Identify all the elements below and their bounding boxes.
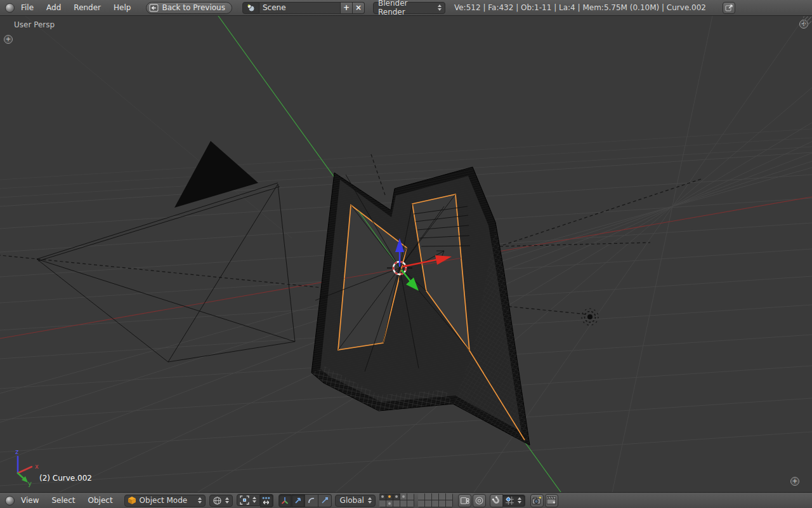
scene-datablock: Scene + × bbox=[242, 2, 365, 14]
unlink-scene-button[interactable]: × bbox=[353, 2, 365, 14]
snap-magnet-icon bbox=[492, 496, 501, 505]
camera-object[interactable] bbox=[37, 141, 295, 362]
render-camera-icon bbox=[532, 495, 542, 505]
manipulator-axes-icon bbox=[280, 496, 289, 505]
selected-curve-mesh[interactable] bbox=[0, 16, 812, 492]
duplicate-window-button[interactable] bbox=[723, 2, 735, 14]
manipulate-centers-toggle[interactable] bbox=[260, 494, 273, 507]
menu-render[interactable]: Render bbox=[67, 3, 107, 12]
scene-icon-segment[interactable] bbox=[242, 2, 259, 14]
menu-object[interactable]: Object bbox=[82, 496, 119, 505]
layers-group-2[interactable] bbox=[418, 493, 453, 507]
scene-stats: Ve:512 | Fa:432 | Ob:1-11 | La:4 | Mem:5… bbox=[454, 3, 706, 12]
toolshelf-expand-icon[interactable]: + bbox=[4, 35, 13, 44]
translate-manipulator-button[interactable] bbox=[292, 494, 305, 507]
dropdown-arrows-icon bbox=[435, 4, 445, 11]
object-mode-cube-icon bbox=[128, 496, 136, 505]
menu-file[interactable]: File bbox=[15, 3, 40, 12]
window-arrow-icon bbox=[724, 3, 733, 12]
rotate-manipulator-button[interactable] bbox=[305, 494, 318, 507]
axis-mini-gizmo: z x y bbox=[15, 448, 39, 487]
add-scene-button[interactable]: + bbox=[341, 2, 353, 14]
snap-increment-icon bbox=[505, 496, 514, 505]
mode-dropdown[interactable]: Object Mode bbox=[124, 495, 206, 507]
dropdown-arrows-icon bbox=[249, 497, 259, 503]
layer-cell[interactable] bbox=[445, 500, 453, 507]
gizmo-y-label: y bbox=[28, 480, 32, 487]
manipulator-toggle-button[interactable] bbox=[278, 494, 292, 507]
dropdown-arrows-icon bbox=[195, 497, 205, 504]
scene-lock-button[interactable] bbox=[458, 494, 471, 507]
manipulator-buttons bbox=[278, 494, 332, 507]
corner-expand-icon[interactable]: + bbox=[790, 477, 799, 486]
menu-add[interactable]: Add bbox=[40, 3, 67, 12]
scale-square-icon bbox=[320, 496, 329, 505]
menu-select[interactable]: Select bbox=[45, 496, 81, 505]
rotate-arc-icon bbox=[307, 496, 316, 505]
dropdown-arrows-icon bbox=[365, 497, 375, 504]
scene-name-field[interactable]: Scene bbox=[259, 2, 341, 14]
scale-manipulator-button[interactable] bbox=[318, 494, 332, 507]
clapperboard-icon bbox=[546, 495, 556, 505]
render-engine-dropdown[interactable]: Blender Render bbox=[373, 2, 445, 14]
lock-camera-icon bbox=[460, 496, 469, 505]
shading-sphere-icon bbox=[213, 496, 222, 505]
layers-group-1[interactable] bbox=[379, 493, 414, 507]
snap-element-dropdown[interactable] bbox=[503, 495, 525, 507]
lamp-object[interactable] bbox=[582, 309, 598, 325]
back-to-previous-button[interactable]: Back to Previous bbox=[146, 2, 232, 14]
view-name-label: User Persp bbox=[14, 20, 55, 29]
back-icon bbox=[149, 3, 159, 13]
pivot-point-dropdown[interactable] bbox=[237, 494, 260, 506]
translate-arrow-icon bbox=[294, 496, 303, 505]
scene-icon bbox=[246, 3, 256, 13]
opengl-render-anim-button[interactable] bbox=[545, 494, 558, 507]
3d-viewport[interactable]: z x y User Persp (2) Curve.002 + + + bbox=[0, 16, 812, 492]
gizmo-x-label: x bbox=[35, 463, 39, 470]
transform-orientation-dropdown[interactable]: Global bbox=[335, 495, 376, 507]
proportional-edit-button[interactable] bbox=[473, 494, 486, 507]
gizmo-z-label: z bbox=[15, 448, 18, 455]
active-object-label: (2) Curve.002 bbox=[39, 474, 92, 483]
viewport-scene: z x y bbox=[0, 16, 812, 492]
menu-view[interactable]: View bbox=[15, 496, 45, 505]
editor-type-icon-3dview[interactable] bbox=[5, 496, 15, 505]
pivot-median-icon bbox=[240, 495, 249, 505]
manipulate-centers-icon bbox=[261, 496, 271, 505]
pivot-center-group bbox=[237, 494, 273, 507]
info-header: File Add Render Help Back to Previous Sc… bbox=[0, 0, 812, 16]
menu-help[interactable]: Help bbox=[107, 3, 137, 12]
proportional-circles-icon bbox=[475, 496, 484, 505]
viewport-shading-dropdown[interactable] bbox=[209, 495, 233, 507]
dropdown-arrows-icon bbox=[222, 497, 232, 504]
opengl-render-button[interactable] bbox=[530, 494, 544, 507]
dropdown-arrows-icon bbox=[514, 497, 525, 504]
layer-cell[interactable] bbox=[407, 500, 414, 507]
view3d-header: View Select Object Object Mode bbox=[0, 492, 812, 508]
corner-split-grip[interactable] bbox=[803, 17, 811, 25]
snap-toggle-button[interactable] bbox=[490, 494, 503, 507]
editor-type-icon[interactable] bbox=[5, 3, 15, 13]
